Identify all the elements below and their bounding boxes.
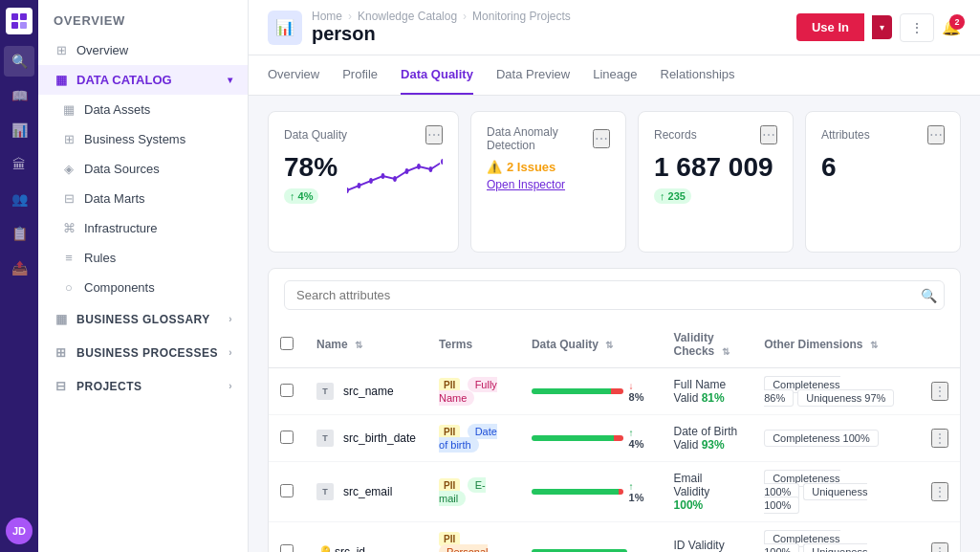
sidebar-business-glossary-label: BUSINESS GLOSSARY	[76, 313, 210, 326]
table-row: T src_email PII E-mail ↑ 1% Email Validi…	[269, 462, 960, 522]
tab-profile[interactable]: Profile	[342, 55, 378, 95]
tab-data-preview[interactable]: Data Preview	[496, 55, 570, 95]
name-sort-icon[interactable]: ⇅	[355, 340, 362, 350]
app-logo[interactable]	[6, 8, 33, 34]
sidebar-business-processes[interactable]: ⊞ BUSINESS PROCESSES ›	[38, 336, 248, 369]
breadcrumb-catalog[interactable]: Knowledge Catalog	[358, 10, 457, 23]
dq-bar-1	[532, 435, 623, 441]
sidebar-item-business-systems[interactable]: ⊞ Business Systems	[46, 124, 248, 154]
tab-lineage[interactable]: Lineage	[593, 55, 637, 95]
validity-text-3: ID Validity 100%	[674, 539, 725, 552]
use-in-caret-button[interactable]: ▾	[872, 15, 892, 39]
svg-point-5	[358, 183, 361, 188]
search-button[interactable]: 🔍	[921, 288, 937, 303]
field-name-1: src_birth_date	[343, 431, 416, 445]
cell-terms-2: PII E-mail	[427, 462, 520, 522]
sidebar-item-rules[interactable]: ≡ Rules	[46, 243, 248, 273]
tab-relationships[interactable]: Relationships	[661, 55, 735, 95]
sidebar-item-data-sources[interactable]: ◈ Data Sources	[46, 154, 248, 184]
notifications-button[interactable]: 🔔 2	[942, 18, 961, 36]
svg-point-10	[417, 164, 421, 169]
row-checkbox-1[interactable]	[280, 431, 294, 444]
sidebar-data-sources-label: Data Sources	[84, 162, 160, 176]
rail-search-icon[interactable]: 🔍	[4, 46, 34, 77]
field-name-3: src_id	[335, 545, 365, 552]
row-more-button-2[interactable]: ⋮	[931, 482, 948, 501]
dq-sort-icon[interactable]: ⇅	[605, 340, 613, 350]
rail-export-icon[interactable]: 📤	[4, 253, 34, 283]
row-checkbox-3[interactable]	[280, 544, 294, 553]
anomaly-more-button[interactable]: ⋯	[593, 129, 610, 148]
rail-users-icon[interactable]: 👥	[4, 184, 34, 214]
sidebar: OVERVIEW ⊞ Overview ▦ DATA CATALOG ▾ ▦ D…	[38, 0, 249, 552]
dq-fill-red-2	[619, 489, 623, 495]
svg-rect-3	[20, 22, 27, 29]
user-avatar[interactable]: JD	[6, 518, 33, 544]
row-more-button-3[interactable]: ⋮	[931, 542, 948, 552]
tab-data-quality[interactable]: Data Quality	[401, 55, 473, 95]
data-sources-icon: ◈	[61, 162, 76, 176]
dq-more-button[interactable]: ⋯	[425, 125, 443, 144]
dq-bar-0	[532, 388, 623, 394]
sidebar-datacatalog-section[interactable]: ▦ DATA CATALOG ▾	[38, 65, 248, 95]
sidebar-item-data-marts[interactable]: ⊟ Data Marts	[46, 184, 248, 213]
use-in-button[interactable]: Use In	[796, 13, 864, 41]
dq-arrow-icon: ↑	[629, 481, 634, 492]
page-title-area: 📊 Home › Knowledge Catalog › Monitoring …	[268, 10, 571, 45]
row-more-button-0[interactable]: ⋮	[931, 382, 948, 401]
sidebar-item-components[interactable]: ○ Components	[46, 273, 248, 302]
col-header-dims: Other Dimensions ⇅	[752, 321, 920, 368]
table-row: T src_name PII Fully Name ↓ 8% Full Name…	[269, 368, 960, 415]
term-badge-3[interactable]: Personal ID	[439, 544, 488, 552]
anomaly-issues: ⚠️ 2 Issues	[487, 160, 610, 174]
stat-card-anomaly: Data Anomaly Detection ⋯ ⚠️ 2 Issues Ope…	[470, 111, 626, 253]
sidebar-item-infrastructure[interactable]: ⌘ Infrastructure	[46, 213, 248, 243]
sidebar-business-systems-label: Business Systems	[84, 132, 185, 146]
col-header-validity: Validity Checks ⇅	[663, 321, 753, 368]
rail-chart-icon[interactable]: 📊	[4, 115, 34, 145]
row-checkbox-0[interactable]	[280, 384, 294, 397]
col-header-dq: Data Quality ⇅	[520, 321, 663, 368]
search-input[interactable]	[284, 280, 945, 310]
sidebar-projects[interactable]: ⊟ PROJECTS ›	[38, 369, 248, 403]
svg-point-6	[369, 178, 373, 184]
cell-name-0: T src_name	[305, 368, 427, 415]
dq-label: Data Quality	[284, 128, 347, 142]
sidebar-business-glossary[interactable]: ▦ BUSINESS GLOSSARY ›	[38, 302, 248, 336]
records-more-button[interactable]: ⋯	[760, 125, 777, 144]
rail-finance-icon[interactable]: 🏛	[4, 149, 34, 180]
more-options-button[interactable]: ⋮	[900, 13, 934, 42]
sidebar-item-overview[interactable]: ⊞ Overview	[38, 35, 248, 65]
sidebar-item-data-assets[interactable]: ▦ Data Assets	[46, 95, 248, 124]
validity-text-1: Date of Birth Valid 93%	[674, 425, 738, 452]
dims-sort-icon[interactable]: ⇅	[870, 340, 878, 350]
field-type-icon: T	[316, 430, 334, 447]
content-area: Data Quality ⋯ 78% ↑ 4%	[249, 96, 980, 552]
left-rail: 🔍 📖 📊 🏛 👥 📋 📤 JD	[0, 0, 38, 552]
svg-point-9	[405, 168, 409, 174]
breadcrumb: Home › Knowledge Catalog › Monitoring Pr…	[312, 10, 571, 23]
page-title-block: Home › Knowledge Catalog › Monitoring Pr…	[312, 10, 571, 45]
row-more-button-1[interactable]: ⋮	[931, 429, 948, 448]
table-toolbar: 🔍	[269, 269, 960, 321]
search-box: 🔍	[284, 280, 945, 310]
svg-point-8	[393, 176, 397, 182]
main-area: 📊 Home › Knowledge Catalog › Monitoring …	[249, 0, 980, 552]
attributes-more-button[interactable]: ⋯	[927, 125, 945, 144]
open-inspector-link[interactable]: Open Inspector	[487, 178, 610, 191]
sidebar-data-assets-label: Data Assets	[84, 102, 150, 117]
row-checkbox-2[interactable]	[280, 484, 294, 497]
sidebar-projects-label: PROJECTS	[76, 380, 142, 393]
cell-dims-2: Completeness 100%Uniqueness 100%	[752, 462, 920, 522]
svg-point-12	[441, 158, 443, 166]
validity-sort-icon[interactable]: ⇅	[722, 346, 730, 357]
breadcrumb-sep1: ›	[348, 10, 352, 23]
breadcrumb-home[interactable]: Home	[312, 10, 342, 23]
rail-book-icon[interactable]: 📖	[4, 80, 34, 111]
select-all-checkbox[interactable]	[280, 337, 294, 350]
cell-dq-1: ↑ 4%	[520, 415, 663, 462]
rail-docs-icon[interactable]: 📋	[4, 218, 34, 249]
cell-validity-0: Full Name Valid 81%	[663, 368, 753, 415]
tab-overview[interactable]: Overview	[268, 55, 319, 95]
tabs-bar: Overview Profile Data Quality Data Previ…	[249, 55, 980, 96]
